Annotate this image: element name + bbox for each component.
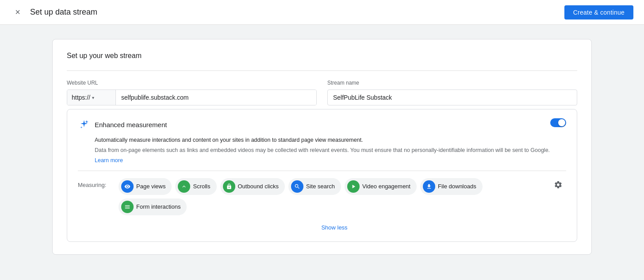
chip-page-views-label: Page views — [136, 183, 165, 190]
enhanced-divider — [78, 171, 566, 171]
chip-scrolls-label: Scrolls — [193, 183, 210, 190]
chips-row-1: Page views Scrolls — [119, 178, 550, 195]
page-title: Set up data stream — [30, 8, 97, 17]
chip-outbound-clicks: Outbound clicks — [220, 178, 285, 195]
close-button[interactable]: × — [11, 5, 25, 19]
main-card: Set up your web stream Website URL https… — [52, 39, 592, 255]
enhanced-desc-1: Automatically measure interactions and c… — [95, 136, 566, 144]
chip-site-search-label: Site search — [306, 183, 335, 190]
url-protocol-select[interactable]: https:// ▾ — [67, 90, 116, 105]
sparkle-icon — [78, 118, 90, 131]
file-downloads-icon — [423, 180, 435, 193]
url-protocol-value: https:// — [72, 94, 90, 101]
top-bar: × Set up data stream Create & continue — [0, 0, 644, 25]
enhanced-desc-2: Data from on-page elements such as links… — [95, 146, 566, 155]
outbound-clicks-icon — [223, 180, 235, 193]
section-title: Set up your web stream — [67, 52, 577, 60]
stream-name-input[interactable] — [327, 89, 577, 105]
chip-outbound-clicks-label: Outbound clicks — [238, 183, 279, 190]
url-input-row: https:// ▾ — [67, 89, 317, 105]
top-bar-left: × Set up data stream — [11, 5, 97, 19]
video-engagement-icon — [347, 180, 360, 193]
page-content: Set up your web stream Website URL https… — [0, 25, 644, 269]
chip-file-downloads: File downloads — [420, 178, 483, 195]
close-icon: × — [15, 7, 20, 17]
enhanced-header: Enhanced measurement — [78, 118, 167, 131]
measuring-row: Measuring: Page views — [78, 178, 550, 233]
chip-form-interactions: Form interactions — [119, 198, 187, 215]
site-search-icon — [291, 180, 303, 193]
form-interactions-icon — [121, 201, 134, 213]
settings-button[interactable] — [550, 178, 566, 194]
divider-top — [67, 70, 577, 71]
chip-scrolls: Scrolls — [175, 178, 216, 195]
website-url-group: Website URL https:// ▾ — [67, 80, 317, 105]
form-row: Website URL https:// ▾ Stream name — [67, 80, 577, 105]
show-less-button[interactable]: Show less — [119, 221, 550, 233]
create-continue-button[interactable]: Create & continue — [564, 5, 633, 19]
enhanced-toggle[interactable] — [550, 118, 566, 127]
stream-name-group: Stream name — [327, 80, 577, 105]
chips-row-2: Form interactions — [119, 198, 550, 215]
chip-video-engagement: Video engagement — [345, 178, 417, 195]
measuring-label: Measuring: — [78, 178, 113, 188]
enhanced-title: Enhanced measurement — [95, 121, 167, 128]
chevron-down-icon: ▾ — [92, 95, 94, 100]
page-views-icon — [121, 180, 134, 193]
enhanced-measurement-box: Enhanced measurement Automatically measu… — [67, 109, 577, 242]
chip-form-interactions-label: Form interactions — [136, 203, 180, 210]
measuring-full-row: Measuring: Page views — [78, 178, 566, 233]
stream-name-label: Stream name — [327, 80, 577, 86]
chip-video-engagement-label: Video engagement — [362, 183, 410, 190]
website-url-input[interactable] — [116, 90, 316, 105]
gear-icon — [554, 180, 563, 191]
scrolls-icon — [178, 180, 190, 193]
learn-more-link[interactable]: Learn more — [95, 157, 123, 163]
website-url-label: Website URL — [67, 80, 317, 86]
chip-file-downloads-label: File downloads — [438, 183, 476, 190]
enhanced-description: Automatically measure interactions and c… — [78, 136, 566, 163]
chip-site-search: Site search — [288, 178, 341, 195]
chip-page-views: Page views — [119, 178, 172, 195]
chips-area: Page views Scrolls — [119, 178, 550, 233]
